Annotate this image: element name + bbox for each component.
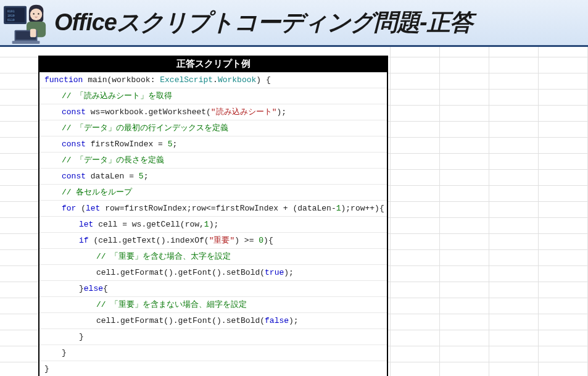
code-line: // 「重要」を含む場合、太字を設定 — [39, 249, 387, 265]
code-line: // 各セルをループ — [39, 185, 387, 201]
code-line: for (let row=firstRowIndex;row<=firstRow… — [39, 201, 387, 217]
svg-text:0110: 0110 — [7, 18, 15, 22]
code-line: // 「データ」の最初の行インデックスを定義 — [39, 120, 387, 136]
code-line: const dataLen = 5; — [39, 169, 387, 185]
code-panel: 正答スクリプト例 function main(workbook: ExcelSc… — [38, 56, 388, 376]
svg-text:0101: 0101 — [7, 9, 15, 13]
page-header: 0101 1010 0110 Officeスクリプトコーディング問題-正答 — [0, 0, 588, 47]
header-illustration-icon: 0101 1010 0110 — [2, 1, 51, 44]
svg-text:1010: 1010 — [7, 14, 15, 17]
code-line: }else{ — [39, 281, 387, 297]
svg-point-6 — [30, 8, 42, 20]
code-line: let cell = ws.getCell(row,1); — [39, 217, 387, 233]
code-line: cell.getFormat().getFont().setBold(true)… — [39, 265, 387, 281]
svg-rect-13 — [30, 28, 36, 37]
code-line: // 「データ」の長さを定義 — [39, 152, 387, 169]
code-panel-title: 正答スクリプト例 — [38, 56, 388, 72]
code-line: } — [39, 345, 387, 361]
svg-point-8 — [38, 13, 39, 14]
code-line: const ws=workbook.getWorksheet("読み込みシート"… — [39, 104, 387, 120]
page-title: Officeスクリプトコーディング問題-正答 — [54, 7, 473, 38]
code-line: // 「重要」を含まない場合、細字を設定 — [39, 297, 387, 313]
code-line: function main(workbook: ExcelScript.Work… — [39, 72, 387, 88]
code-line: } — [39, 361, 387, 376]
code-line: } — [39, 329, 387, 345]
code-line: const firstRowIndex = 5; — [39, 136, 387, 152]
code-line: if (cell.getText().indexOf("重要") >= 0){ — [39, 233, 387, 249]
svg-rect-12 — [12, 41, 40, 44]
code-line: // 「読み込みシート」を取得 — [39, 88, 387, 104]
code-block: function main(workbook: ExcelScript.Work… — [38, 72, 388, 376]
code-line: cell.getFormat().getFont().setBold(false… — [39, 313, 387, 329]
svg-point-7 — [33, 13, 35, 14]
